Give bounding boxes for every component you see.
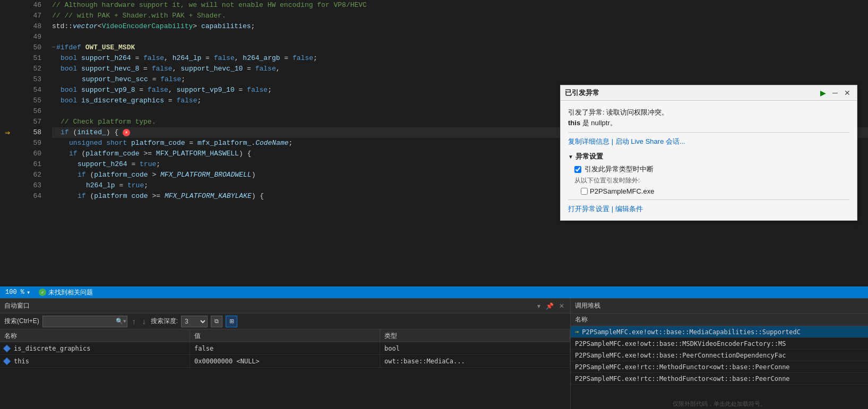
open-exception-settings-link[interactable]: 打开异常设置	[568, 205, 609, 213]
table-header: 名称 值 类型	[0, 329, 570, 342]
exception-footer-links: 打开异常设置 | 编辑条件	[568, 204, 849, 214]
cs-row[interactable]: P2PSampleMFC.exe!owt::base::MSDKVideoEnc…	[571, 338, 868, 350]
auto-window-down-arrow[interactable]: ▾	[536, 301, 542, 311]
cs-text-4: P2PSampleMFC.exe!rtc::MethodFunctor<owt:…	[575, 375, 790, 382]
cell-name-1: this	[0, 355, 190, 367]
link-separator: |	[612, 137, 615, 145]
row-name-0: is_discrete_graphics	[14, 345, 91, 352]
search-down-button[interactable]: ↓	[141, 316, 148, 327]
line-numbers: 46 47 48 49 50 51 52 53 54 55 56 57 58 5…	[15, 0, 47, 286]
footer-separator: |	[612, 205, 615, 213]
exception-message-line1: 引发了异常: 读取访问权限冲突。	[568, 107, 849, 118]
col-type: 类型	[380, 329, 570, 343]
copy-obj-button[interactable]: ⧉	[211, 316, 222, 327]
exception-minimize-button[interactable]: ─	[830, 88, 840, 98]
row-expand-icon-1	[3, 357, 11, 364]
status-text: 未找到相关问题	[48, 288, 93, 297]
reevaluate-button[interactable]: ⊞	[226, 316, 237, 327]
call-stack-watermark: 仅限外部代码，单击此处加载符号。	[571, 399, 868, 409]
col-value: 值	[190, 329, 380, 343]
section-chevron-icon: ▼	[568, 154, 573, 160]
exception-title: 已引发异常	[565, 88, 599, 98]
current-line-arrow: ⇒	[0, 127, 15, 138]
status-bar: 100 % ▾ ✓ 未找到相关问题	[0, 286, 868, 298]
auto-window: 自动窗口 ▾ 📌 ✕ 搜索(Ctrl+E) 🔍▾ ↑ ↓ 搜索深度: 3 1 2…	[0, 299, 571, 409]
cs-row[interactable]: ⇒ P2PSampleMFC.exe!owt::base::MediaCapab…	[571, 326, 868, 338]
code-editor: ⇒ 46 47 48 49 50 51 52 53 54 55	[0, 0, 868, 286]
search-icon-button[interactable]: 🔍▾	[116, 318, 126, 325]
except-checkbox-row: P2PSampleMFC.exe	[581, 187, 849, 195]
row-value-0: false	[194, 345, 213, 352]
cell-type-0: bool	[380, 342, 570, 354]
auto-window-actions: ▾ 📌 ✕	[536, 301, 566, 311]
auto-window-title: 自动窗口	[4, 301, 30, 310]
exception-popup: 已引发异常 ▶ ─ ✕ 引发了异常: 读取访问权限冲突。 this 是 null…	[560, 85, 857, 221]
copy-details-link[interactable]: 复制详细信息	[568, 137, 609, 145]
search-input[interactable]	[42, 316, 127, 327]
zoom-control[interactable]: 100 % ▾	[5, 289, 30, 297]
arrow-column: ⇒	[0, 0, 15, 286]
zoom-dropdown-icon: ▾	[27, 289, 30, 297]
exception-title-actions: ▶ ─ ✕	[818, 88, 853, 98]
collapse-icon-50[interactable]: ─	[52, 42, 55, 53]
exception-section-header[interactable]: ▼ 异常设置	[568, 152, 849, 161]
cs-row[interactable]: P2PSampleMFC.exe!owt::base::PeerConnecti…	[571, 350, 868, 361]
call-stack-rows: ⇒ P2PSampleMFC.exe!owt::base::MediaCapab…	[571, 326, 868, 399]
search-toolbar: 搜索(Ctrl+E) 🔍▾ ↑ ↓ 搜索深度: 3 1 2 4 5 ⧉ ⊞	[0, 314, 570, 329]
row-name-1: this	[14, 358, 29, 365]
code-line-47: // // with PAK + Shader.with PAK + Shade…	[52, 11, 868, 21]
edit-conditions-link[interactable]: 编辑条件	[615, 205, 643, 213]
call-stack-col-name: 名称	[575, 315, 588, 324]
auto-window-pin-button[interactable]: 📌	[544, 301, 555, 311]
exception-section: ▼ 异常设置 引发此异常类型时中断 从以下位置引发时除外: P2PSampleM…	[568, 152, 849, 195]
except-exe-checkbox[interactable]	[581, 188, 588, 195]
table-row[interactable]: is_discrete_graphics false bool	[0, 342, 570, 355]
exception-this-keyword: this	[568, 119, 580, 127]
col-name: 名称	[0, 329, 190, 343]
auto-window-close-button[interactable]: ✕	[557, 301, 566, 311]
code-line-48: std::vector<VideoEncoderCapability> capa…	[52, 21, 868, 32]
exception-close-button[interactable]: ✕	[842, 88, 853, 98]
row-expand-icon-0	[3, 344, 11, 352]
row-value-1: 0x00000000 <NULL>	[194, 358, 260, 365]
table-row[interactable]: this 0x00000000 <NULL> owt::base::MediaC…	[0, 355, 570, 368]
cs-text-2: P2PSampleMFC.exe!owt::base::PeerConnecti…	[575, 352, 786, 359]
search-label: 搜索(Ctrl+E)	[4, 317, 39, 326]
data-table: is_discrete_graphics false bool this 0x0…	[0, 342, 570, 409]
depth-label: 搜索深度:	[151, 317, 178, 326]
cell-name-0: is_discrete_graphics	[0, 342, 190, 354]
call-stack: 调用堆栈 名称 ⇒ P2PSampleMFC.exe!owt::base::Me…	[571, 299, 868, 409]
cell-value-0: false	[190, 342, 380, 354]
with-text: // with PAK + Shader.	[64, 12, 151, 20]
exception-title-bar: 已引发异常 ▶ ─ ✕	[561, 85, 857, 101]
zoom-value: 100 %	[5, 289, 24, 296]
liveshare-link[interactable]: 启动 Live Share 会话...	[615, 137, 685, 145]
cs-text-1: P2PSampleMFC.exe!owt::base::MSDKVideoEnc…	[575, 340, 786, 347]
auto-window-header: 自动窗口 ▾ 📌 ✕	[0, 299, 570, 314]
code-line-46: // Although hardware support it, we will…	[52, 0, 868, 11]
code-line-49	[52, 32, 868, 42]
code-line-53: support_hevc_scc = false;	[52, 74, 868, 85]
except-exe-label: P2PSampleMFC.exe	[590, 187, 654, 195]
exception-body: 引发了异常: 读取访问权限冲突。 this 是 nullptr。 复制详细信息 …	[561, 101, 857, 220]
depth-select[interactable]: 3 1 2 4 5	[181, 316, 208, 327]
cs-text-3: P2PSampleMFC.exe!rtc::MethodFunctor<owt:…	[575, 363, 790, 371]
cell-type-1: owt::base::MediaCa...	[380, 355, 570, 367]
search-input-wrap: 🔍▾	[42, 316, 127, 327]
cs-text-0: P2PSampleMFC.exe!owt::base::MediaCapabil…	[582, 328, 801, 336]
bottom-panels: 自动窗口 ▾ 📌 ✕ 搜索(Ctrl+E) 🔍▾ ↑ ↓ 搜索深度: 3 1 2…	[0, 298, 868, 409]
call-stack-col-header: 名称	[571, 314, 868, 326]
row-type-0: bool	[384, 345, 400, 352]
code-line-51: bool support_h264 = false, h264_lp = fal…	[52, 53, 868, 64]
error-indicator: ✕	[123, 129, 130, 136]
code-line-52: bool support_hevc_8 = false, support_hev…	[52, 64, 868, 74]
cs-row[interactable]: P2PSampleMFC.exe!rtc::MethodFunctor<owt:…	[571, 373, 868, 385]
break-on-type-checkbox[interactable]	[574, 166, 581, 173]
cell-value-1: 0x00000000 <NULL>	[190, 355, 380, 367]
exception-section-title: 异常设置	[575, 152, 603, 161]
break-on-type-label: 引发此异常类型时中断	[585, 164, 654, 174]
search-up-button[interactable]: ↑	[131, 316, 137, 327]
status-check: ✓ 未找到相关问题	[39, 288, 93, 297]
exception-play-button[interactable]: ▶	[818, 88, 828, 98]
cs-row[interactable]: P2PSampleMFC.exe!rtc::MethodFunctor<owt:…	[571, 361, 868, 373]
